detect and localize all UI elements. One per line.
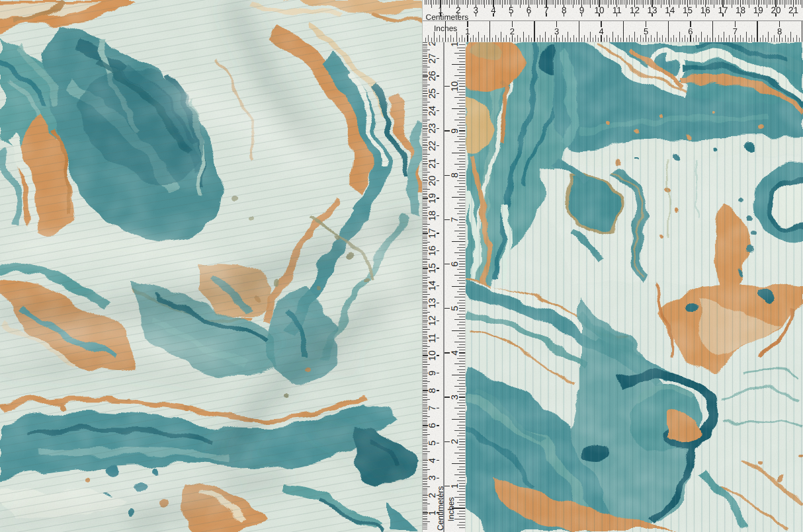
svg-text:4: 4: [491, 5, 496, 15]
svg-text:5: 5: [644, 26, 648, 36]
svg-text:7: 7: [544, 5, 549, 15]
svg-text:19: 19: [427, 193, 437, 204]
svg-text:2: 2: [449, 439, 460, 444]
svg-text:8: 8: [427, 388, 437, 393]
svg-text:13: 13: [427, 298, 437, 309]
svg-text:5: 5: [427, 440, 437, 445]
svg-text:7: 7: [733, 26, 738, 36]
svg-text:10: 10: [449, 81, 460, 92]
svg-text:7: 7: [427, 405, 437, 410]
svg-text:Inches: Inches: [446, 497, 456, 521]
svg-text:11: 11: [613, 5, 622, 15]
svg-text:Centimeters: Centimeters: [436, 486, 445, 531]
svg-text:4: 4: [449, 350, 460, 356]
svg-text:9: 9: [427, 370, 437, 375]
svg-text:5: 5: [449, 306, 460, 311]
svg-text:6: 6: [427, 423, 437, 428]
svg-text:3: 3: [427, 475, 437, 480]
svg-text:14: 14: [665, 5, 675, 15]
svg-text:3: 3: [449, 395, 460, 400]
svg-text:11: 11: [427, 333, 437, 343]
svg-text:8: 8: [562, 5, 567, 15]
svg-text:5: 5: [509, 5, 514, 15]
svg-text:15: 15: [683, 5, 693, 15]
svg-text:18: 18: [736, 5, 745, 15]
svg-text:17: 17: [427, 228, 437, 239]
svg-text:2: 2: [510, 26, 515, 36]
svg-text:4: 4: [599, 26, 603, 36]
svg-text:1: 1: [449, 483, 460, 488]
svg-text:3: 3: [474, 5, 479, 15]
svg-text:8: 8: [449, 172, 460, 178]
svg-text:14: 14: [427, 280, 437, 291]
svg-text:3: 3: [554, 26, 559, 36]
svg-text:24: 24: [427, 106, 437, 116]
svg-text:10: 10: [595, 5, 605, 15]
svg-text:21: 21: [788, 5, 798, 15]
svg-text:23: 23: [427, 123, 437, 133]
svg-text:21: 21: [427, 158, 437, 169]
svg-text:9: 9: [449, 128, 460, 133]
svg-text:18: 18: [427, 211, 437, 221]
svg-text:6: 6: [449, 261, 460, 266]
svg-text:13: 13: [648, 5, 657, 15]
svg-text:16: 16: [427, 245, 437, 256]
svg-text:15: 15: [427, 263, 437, 274]
svg-text:12: 12: [427, 315, 437, 326]
svg-text:20: 20: [427, 176, 437, 186]
svg-text:12: 12: [630, 5, 640, 15]
svg-text:10: 10: [427, 350, 437, 361]
svg-text:19: 19: [753, 5, 763, 15]
svg-text:16: 16: [700, 5, 710, 15]
svg-text:25: 25: [427, 88, 437, 98]
svg-text:9: 9: [579, 5, 585, 15]
svg-text:6: 6: [527, 5, 532, 15]
svg-text:22: 22: [427, 141, 437, 151]
svg-text:1: 1: [465, 26, 470, 36]
svg-text:27: 27: [427, 54, 437, 64]
svg-text:20: 20: [771, 5, 781, 15]
svg-text:4: 4: [427, 458, 437, 463]
svg-text:Inches: Inches: [434, 24, 457, 33]
svg-text:8: 8: [777, 26, 782, 36]
svg-text:7: 7: [449, 217, 460, 222]
svg-text:26: 26: [427, 71, 437, 81]
svg-text:17: 17: [718, 5, 728, 15]
svg-text:6: 6: [688, 26, 693, 36]
svg-text:Centimeters: Centimeters: [426, 13, 469, 22]
